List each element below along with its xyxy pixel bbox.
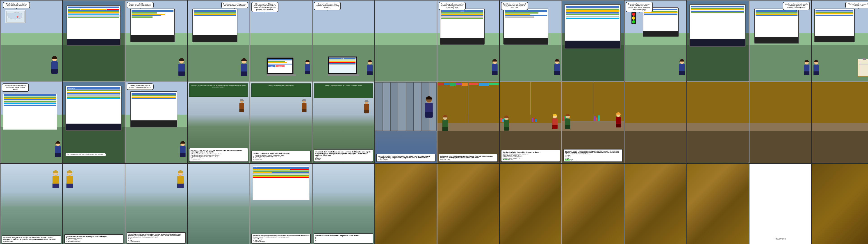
character-right-p24	[615, 111, 622, 130]
bubble-p4: Next locate and use the program that the…	[221, 2, 248, 8]
bookshelf-empty-27	[749, 82, 811, 123]
panel-17: Use the PowerBI resource to answer the f…	[125, 82, 187, 163]
panel-15: Scroll down the Protocol Form section an…	[0, 82, 62, 163]
monitor-p4	[192, 8, 238, 43]
panel-30: Question 9: What would the resulting lic…	[63, 164, 125, 244]
character-p29	[53, 171, 59, 189]
question-card-p24: Question 7: Julia is a professional Teac…	[563, 149, 623, 162]
laptop-p6: CLEAR	[328, 56, 359, 76]
panel-40	[687, 164, 749, 244]
map-svg	[5, 10, 26, 23]
panel-36	[437, 164, 499, 244]
bookshelf-empty-26	[687, 82, 749, 123]
panel-2	[63, 0, 125, 82]
character-p4	[241, 59, 247, 77]
panel-39	[624, 164, 686, 244]
bubble-p8: The next step is to determine the studen…	[439, 2, 466, 10]
question-card-p34: Question 12: Please identify where the p…	[314, 234, 373, 244]
character-p30	[66, 171, 73, 189]
character-left-p23	[503, 114, 509, 133]
clipboard-p14	[858, 59, 868, 77]
monitor-p17	[130, 91, 177, 128]
traffic-light	[631, 12, 636, 24]
question-card-p21: Question 4: Tommy lives in Puerto Rico a…	[376, 154, 435, 162]
character-p14	[813, 59, 819, 77]
panel-28	[812, 82, 868, 163]
chalkboard-p18: Question 1: Sally lives in Texas and wan…	[189, 83, 248, 97]
character-p8	[492, 59, 498, 77]
chalkboard-p19: Question 2: What is the resulting licens…	[251, 83, 311, 97]
bookshelf-empty-25	[625, 82, 686, 123]
panel-42	[812, 164, 868, 244]
character-left-p24	[564, 113, 571, 131]
question-card-p31: Question 10: Kirstyn lives in Georgia an…	[127, 232, 186, 244]
panel-32	[188, 164, 250, 244]
monitor-p10	[564, 4, 621, 49]
panel-1: The first step is to identify the studen…	[0, 0, 62, 82]
monitor-p9	[503, 8, 548, 45]
monitor-p3	[130, 8, 175, 43]
monitor-p16: Protocol Form	[65, 86, 122, 131]
panel-7	[375, 0, 437, 82]
question-card-p30: Question 9: What would the resulting lic…	[64, 234, 123, 244]
panel-12	[687, 0, 749, 82]
bubble-p11: Once a stoplight screen appears, this me…	[626, 2, 653, 12]
character-p1	[51, 56, 58, 75]
panel-13: Use the bookmark check area to confirm n…	[749, 0, 811, 82]
character-p31	[177, 171, 184, 189]
panel-38	[562, 164, 624, 244]
bookshelf-empty-28	[812, 82, 868, 123]
character-p3	[179, 59, 185, 77]
panel-19: Question 2: What is the resulting licens…	[250, 82, 312, 163]
character-p5	[304, 59, 311, 77]
panel-29: Question 8: Kirstyn lives in Georgia and…	[0, 164, 62, 244]
spreadsheet-p33: PowerBI Data	[252, 166, 310, 200]
panel-25	[624, 82, 686, 163]
bubble-p17: Use the PowerBI resource to answer the f…	[127, 83, 154, 90]
character-right-p23	[552, 113, 558, 131]
panel-26	[687, 82, 749, 163]
laptop-p5: Eligible Not Eligible	[267, 57, 296, 76]
panel-41: Please see	[749, 164, 811, 244]
bubble-p1: The first step is to identify the studen…	[3, 2, 30, 8]
please-see-label: Please see	[750, 238, 811, 240]
usa-map	[5, 10, 26, 23]
character-teacher-p18	[239, 97, 245, 115]
panel-16: Protocol Form This is what the Protocol …	[63, 82, 125, 163]
question-card-p20: Question 3: Sally lives in Texas and has…	[314, 150, 373, 162]
panel-34: Question 12: Please identify where the p…	[312, 164, 374, 244]
monitor-p13	[754, 8, 799, 44]
panel-11: Once a stoplight screen appears, this me…	[624, 0, 686, 82]
character-p13	[804, 59, 810, 77]
character-p19	[301, 97, 307, 115]
panel-4: Next locate and use the program that the…	[188, 0, 250, 82]
character-p17	[180, 141, 186, 159]
panel-18: Question 1: Sally lives in Texas and wan…	[188, 82, 250, 163]
panel-21: Question 4: Tommy lives in Puerto Rico a…	[375, 82, 437, 163]
character-p21	[426, 99, 432, 117]
bubble-p5: If the box marked 'Eligible' is blue, th…	[251, 2, 278, 12]
question-card-p19: Question 2: What is the resulting licens…	[251, 151, 311, 162]
character-p20	[363, 98, 370, 116]
bubble-p16: This is what the Protocol form should lo…	[65, 153, 106, 156]
panel-9: Scroll to the bottom of the search page,…	[500, 0, 562, 82]
bubble-p9: Scroll to the bottom of the search page,…	[501, 2, 528, 10]
character-p9	[554, 59, 560, 77]
character-p15	[55, 141, 61, 159]
character-p6	[367, 59, 373, 77]
chalkboard-p20: Question 3: Sally lives in Texas and has…	[314, 83, 373, 98]
monitor-p12	[689, 4, 746, 47]
bubble-p6: Refer to the 'Licensure Map' section to …	[314, 2, 341, 10]
panel-35	[375, 164, 437, 244]
bubble-p14: The final step is to access the Protocol…	[845, 2, 868, 8]
monitor-p8: CLEAR	[440, 8, 485, 45]
question-card-p23: Question 6: What is the resulting licens…	[501, 150, 560, 162]
bookshelves-p24	[562, 82, 624, 121]
question-card-p33: Question 11: Given that Kirstyn's licens…	[251, 234, 311, 244]
panel-37	[500, 164, 562, 244]
question-card-p18: Question 1: Sally lives in Texas and wan…	[189, 148, 248, 162]
panel-8: The next step is to determine the studen…	[437, 0, 499, 82]
spreadsheet-p15	[3, 93, 57, 130]
question-card-p29: Question 8: Kirstyn lives in Georgia and…	[2, 236, 61, 244]
character-p11	[679, 59, 685, 77]
